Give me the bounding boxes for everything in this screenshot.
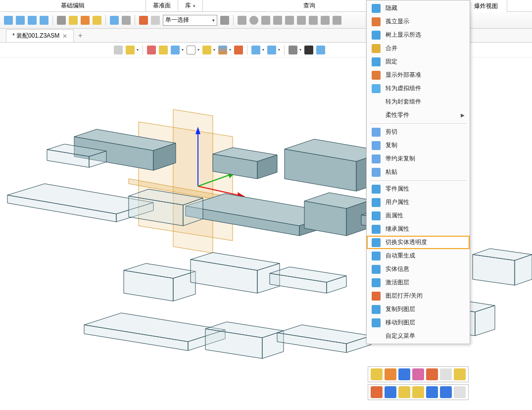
tray-icon[interactable] <box>398 386 410 398</box>
toolbar-icon[interactable] <box>249 16 258 25</box>
svg-marker-2 <box>173 109 213 253</box>
quick-tray-2 <box>368 384 469 400</box>
toolbar-icon[interactable] <box>139 16 148 25</box>
menu-item[interactable]: 粘贴 <box>367 165 470 179</box>
menu-item[interactable]: 柔性零件▶ <box>367 108 470 122</box>
view-icon[interactable] <box>126 46 135 54</box>
menu-icon <box>372 305 381 314</box>
menu-icon <box>372 185 381 194</box>
toolbar-icon[interactable] <box>273 16 282 25</box>
toolbar-icon[interactable] <box>110 16 119 25</box>
menu-divider <box>370 180 467 181</box>
view-icon[interactable] <box>202 46 211 54</box>
view-icon[interactable] <box>171 46 180 54</box>
menu-icon <box>372 265 381 274</box>
menu-basic-edit[interactable]: 基础编辑 <box>0 0 146 11</box>
toolbar-icon[interactable] <box>16 16 25 25</box>
menu-item[interactable]: 转为封套组件 <box>367 95 470 108</box>
menu-item[interactable]: 合并 <box>367 42 470 55</box>
tray-icon[interactable] <box>454 368 466 380</box>
menu-library[interactable]: 库▾ <box>178 0 203 11</box>
toolbar-icon[interactable] <box>261 16 270 25</box>
toolbar-icon[interactable] <box>309 16 318 25</box>
view-icon[interactable] <box>289 46 297 54</box>
menu-item[interactable]: 树上显示所选 <box>367 28 470 42</box>
menu-item[interactable]: 激活图层 <box>367 276 470 289</box>
menu-item[interactable]: 孤立显示 <box>367 15 470 28</box>
toolbar-icon[interactable] <box>28 16 37 25</box>
toolbar-icon[interactable] <box>333 16 341 25</box>
menu-icon <box>372 84 381 93</box>
tray-icon[interactable] <box>412 368 424 380</box>
view-icon[interactable] <box>159 46 168 54</box>
menu-label: 自定义菜单 <box>386 332 415 340</box>
menu-datum[interactable]: 基准面 <box>146 0 178 11</box>
menu-item[interactable]: 剪切 <box>367 125 470 139</box>
tray-icon[interactable] <box>385 368 396 380</box>
toolbar-icon[interactable] <box>321 16 330 25</box>
toolbar-icon[interactable] <box>4 16 13 25</box>
menu-item[interactable]: 显示外部基准 <box>367 68 470 82</box>
toolbar-icon[interactable] <box>81 16 90 25</box>
view-icon[interactable] <box>234 46 243 54</box>
menu-item[interactable]: 面属性 <box>367 209 470 222</box>
view-icon[interactable] <box>218 46 227 54</box>
quick-tray-1 <box>368 366 469 382</box>
toolbar-icon[interactable] <box>285 16 294 25</box>
menu-label: 移动到图层 <box>386 318 415 327</box>
tray-icon[interactable] <box>398 368 410 380</box>
view-icon[interactable] <box>267 46 276 54</box>
menu-item[interactable]: 复制 <box>367 139 470 152</box>
tray-icon[interactable] <box>371 386 383 398</box>
view-icon[interactable] <box>147 46 156 54</box>
view-icon[interactable] <box>251 46 260 54</box>
menu-item[interactable]: 固定 <box>367 55 470 68</box>
menu-icon <box>372 57 381 66</box>
menu-item[interactable]: 隐藏 <box>367 1 470 15</box>
tray-icon[interactable] <box>426 368 438 380</box>
select-mode-dropdown[interactable]: 单一选择▾ <box>163 15 217 26</box>
menu-label: 带约束复制 <box>386 154 415 163</box>
menu-item[interactable]: 复制到图层 <box>367 303 470 316</box>
toolbar-icon[interactable] <box>297 16 306 25</box>
menu-item[interactable]: 继承属性 <box>367 222 470 236</box>
document-tab[interactable]: * 装配001.Z3ASM ✕ <box>6 29 74 42</box>
tray-icon[interactable] <box>454 386 466 398</box>
close-tab-icon[interactable]: ✕ <box>62 33 67 40</box>
menu-item[interactable]: 图层打开/关闭 <box>367 289 470 303</box>
menu-item[interactable]: 自动重生成 <box>367 249 470 262</box>
tray-icon[interactable] <box>412 386 424 398</box>
view-icon[interactable] <box>187 46 195 54</box>
menu-item[interactable]: 自定义菜单 <box>367 329 470 343</box>
tray-icon[interactable] <box>440 368 452 380</box>
menu-item[interactable]: 带约束复制 <box>367 152 470 165</box>
tray-icon[interactable] <box>440 386 452 398</box>
toolbar-icon[interactable] <box>57 16 66 25</box>
menu-item[interactable]: 转为虚拟组件 <box>367 82 470 95</box>
add-tab-button[interactable]: + <box>74 29 86 42</box>
toolbar-icon[interactable] <box>238 16 246 25</box>
menu-item[interactable]: 移动到图层 <box>367 316 470 329</box>
tray-icon[interactable] <box>385 386 396 398</box>
menu-label: 用户属性 <box>386 198 409 206</box>
menu-icon <box>372 71 381 80</box>
toolbar-icon[interactable] <box>220 16 229 25</box>
menu-icon <box>372 332 381 341</box>
toolbar-icon[interactable] <box>40 16 48 25</box>
toolbar-icon[interactable] <box>69 16 78 25</box>
menu-item[interactable]: 零件属性 <box>367 182 470 196</box>
tray-icon[interactable] <box>371 368 383 380</box>
submenu-arrow-icon: ▶ <box>461 112 465 118</box>
view-icon[interactable] <box>316 46 325 54</box>
chevron-down-icon: ▾ <box>193 3 195 8</box>
menu-item[interactable]: 切换实体透明度 <box>367 236 470 249</box>
view-icon[interactable] <box>304 46 313 54</box>
menu-explode-view[interactable]: 爆炸视图 <box>465 0 507 12</box>
toolbar-icon[interactable] <box>122 16 131 25</box>
view-icon[interactable] <box>114 46 123 54</box>
toolbar-icon[interactable] <box>93 16 101 25</box>
toolbar-icon[interactable] <box>151 16 160 25</box>
menu-item[interactable]: 用户属性 <box>367 196 470 209</box>
menu-item[interactable]: 实体信息 <box>367 262 470 276</box>
tray-icon[interactable] <box>426 386 438 398</box>
